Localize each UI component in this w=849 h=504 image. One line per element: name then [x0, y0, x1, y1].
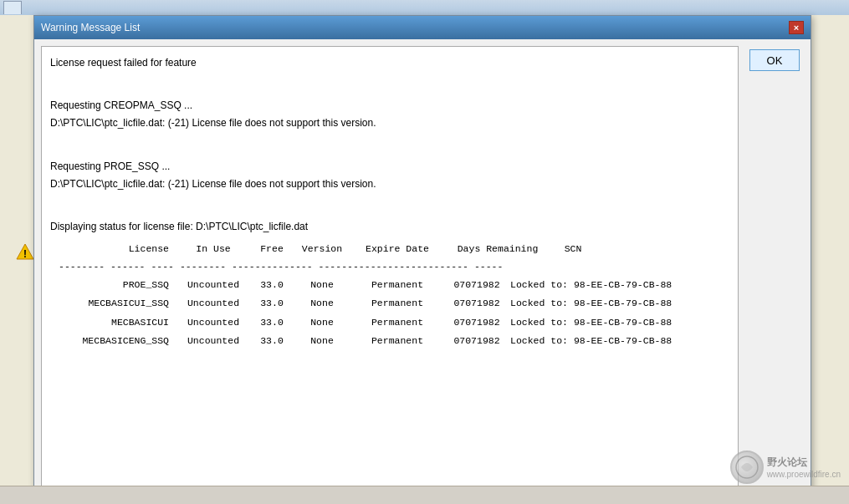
table-cell: Uncounted: [176, 277, 251, 293]
table-cell: Permanent: [351, 296, 443, 311]
table-row: MECBASICUI_SSQUncounted33.0NonePermanent…: [50, 296, 729, 311]
table-cell: Permanent: [351, 315, 443, 330]
bottom-bar: [0, 486, 849, 504]
table-cell: None: [293, 277, 351, 293]
dialog-content: License request failed for feature Reque…: [34, 39, 811, 497]
table-row: MECBASICENG_SSQUncounted33.0NonePermanen…: [50, 333, 729, 349]
dialog-title: Warning Message List: [41, 22, 140, 33]
dialog-close-button[interactable]: ×: [789, 21, 804, 34]
msg-line-8: Requesting PROE_SSQ ...: [50, 159, 729, 175]
col-header-free: Free: [251, 242, 293, 257]
top-bar-tab: [3, 1, 22, 14]
table-cell: None: [293, 333, 351, 349]
table-cell: Locked to: 98-EE-CB-79-CB-88: [510, 296, 694, 311]
col-header-scn: SCN: [552, 242, 594, 257]
watermark-logo-circle: [730, 451, 764, 484]
msg-line-5: D:\PTC\LIC\ptc_licfile.dat: (-21) Licens…: [50, 115, 729, 131]
table-cell: MECBASICUI_SSQ: [59, 296, 176, 311]
watermark-text-block: 野火论坛 www.proewildfire.cn: [767, 456, 841, 479]
table-cell: 33.0: [251, 315, 293, 330]
table-cell: PROE_SSQ: [59, 277, 176, 293]
watermark: 野火论坛 www.proewildfire.cn: [730, 451, 841, 484]
warning-icon-side: !: [15, 242, 35, 262]
warning-dialog: Warning Message List × License request f…: [33, 15, 811, 498]
table-cell: None: [293, 315, 351, 330]
dialog-titlebar: Warning Message List ×: [34, 16, 811, 39]
svg-text:!: !: [23, 248, 27, 260]
table-cell: 33.0: [251, 296, 293, 311]
col-header-version: Version: [293, 242, 351, 257]
table-cell: 07071982: [443, 315, 510, 330]
msg-blank-4: [50, 145, 729, 157]
table-cell: Locked to: 98-EE-CB-79-CB-88: [510, 333, 694, 349]
table-cell: Locked to: 98-EE-CB-79-CB-88: [510, 277, 694, 293]
table-cell: Uncounted: [176, 333, 251, 349]
license-table: License In Use Free Version Expire Date …: [50, 242, 729, 349]
table-cell: None: [293, 296, 351, 311]
watermark-site: www.proewildfire.cn: [767, 470, 841, 479]
table-cell: 07071982: [443, 333, 510, 349]
msg-blank-3: [50, 134, 729, 145]
msg-blank-1: [50, 73, 729, 84]
ok-button[interactable]: OK: [749, 49, 800, 71]
col-header-expire: Expire Date: [351, 242, 443, 257]
msg-blank-5: [50, 194, 729, 206]
watermark-content: 野火论坛 www.proewildfire.cn: [730, 451, 841, 484]
message-area[interactable]: License request failed for feature Reque…: [41, 46, 739, 491]
table-cell: 07071982: [443, 296, 510, 311]
warning-triangle-icon: !: [15, 242, 35, 262]
msg-line-4: Requesting CREOPMA_SSQ ...: [50, 98, 729, 114]
msg-blank-2: [50, 84, 729, 96]
msg-line-9: D:\PTC\LIC\ptc_licfile.dat: (-21) Licens…: [50, 176, 729, 192]
table-cell: Uncounted: [176, 315, 251, 330]
table-cell: 07071982: [443, 277, 510, 293]
table-cell: Permanent: [351, 277, 443, 293]
table-cell: Locked to: 98-EE-CB-79-CB-88: [510, 315, 694, 330]
watermark-logo-svg: [734, 455, 759, 480]
table-row: MECBASICUIUncounted33.0NonePermanent0707…: [50, 315, 729, 330]
ok-button-area: OK: [745, 46, 804, 491]
msg-line-12: Displaying status for license file: D:\P…: [50, 219, 729, 235]
table-separator: -------- ------ ---- -------- ----------…: [50, 259, 729, 274]
table-cell: Permanent: [351, 333, 443, 349]
col-header-inuse: In Use: [176, 242, 251, 257]
table-rows-container: PROE_SSQUncounted33.0NonePermanent070719…: [50, 277, 729, 349]
col-header-days: Days Remaining: [443, 242, 552, 257]
table-row: PROE_SSQUncounted33.0NonePermanent070719…: [50, 277, 729, 293]
table-header-row: License In Use Free Version Expire Date …: [50, 242, 729, 257]
msg-line-1: License request failed for feature: [50, 55, 729, 71]
table-cell: MECBASICENG_SSQ: [59, 333, 176, 349]
table-cell: Uncounted: [176, 296, 251, 311]
table-cell: 33.0: [251, 333, 293, 349]
top-bar: [0, 0, 849, 15]
msg-blank-6: [50, 206, 729, 217]
col-header-license: License: [59, 242, 176, 257]
watermark-name: 野火论坛: [767, 456, 841, 470]
table-cell: 33.0: [251, 277, 293, 293]
table-cell: MECBASICUI: [59, 315, 176, 330]
